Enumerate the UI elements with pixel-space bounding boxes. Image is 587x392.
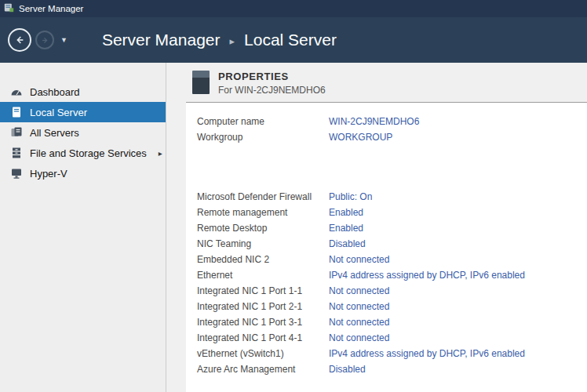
property-value-link[interactable]: WORKGROUP <box>329 132 392 143</box>
properties-subtitle: For WIN-2CJ9NEMDHO6 <box>218 85 326 96</box>
property-label: Integrated NIC 1 Port 2-1 <box>197 301 329 312</box>
property-label: vEthernet (vSwitch1) <box>197 348 329 359</box>
back-button[interactable] <box>8 28 31 52</box>
properties-title: PROPERTIES <box>218 71 326 82</box>
sidebar-item-all-servers[interactable]: All Servers <box>0 122 166 143</box>
property-value-link[interactable]: WIN-2CJ9NEMDHO6 <box>329 116 419 127</box>
properties-panel: Computer nameWIN-2CJ9NEMDHO6WorkgroupWOR… <box>186 102 587 392</box>
property-label: Microsoft Defender Firewall <box>197 191 329 202</box>
expand-chevron-icon[interactable]: ▸ <box>159 149 162 158</box>
window-title: Server Manager <box>19 4 83 13</box>
property-value-link[interactable]: Enabled <box>329 207 363 218</box>
property-row: NIC TeamingDisabled <box>197 236 587 252</box>
property-row: Remote managementEnabled <box>197 205 587 220</box>
property-value-link[interactable]: Enabled <box>329 223 363 234</box>
server-icon <box>10 106 23 118</box>
property-row: Embedded NIC 2Not connected <box>197 252 587 267</box>
property-row: Integrated NIC 1 Port 4-1Not connected <box>197 330 587 346</box>
property-label: Azure Arc Management <box>197 364 329 375</box>
sidebar-item-file-and-storage-services[interactable]: File and Storage Services▸ <box>0 143 166 163</box>
property-label: Remote Desktop <box>197 223 329 234</box>
server-manager-icon <box>4 2 14 16</box>
properties-tile-icon <box>192 71 210 94</box>
main-content: PROPERTIES For WIN-2CJ9NEMDHO6 Computer … <box>166 63 587 392</box>
property-label: Remote management <box>197 207 329 218</box>
property-label: Ethernet <box>197 270 329 281</box>
property-row: Integrated NIC 1 Port 1-1Not connected <box>197 283 587 299</box>
property-label: Integrated NIC 1 Port 3-1 <box>197 317 329 328</box>
navigation-header: ▼ Server Manager ▸ Local Server <box>0 17 587 63</box>
property-label: Workgroup <box>197 132 329 143</box>
sidebar-item-local-server[interactable]: Local Server <box>0 102 166 122</box>
back-arrow-icon <box>14 34 25 45</box>
properties-group-configuration: Microsoft Defender FirewallPublic: OnRem… <box>197 189 587 377</box>
sidebar-item-label: File and Storage Services <box>30 147 147 159</box>
property-label: Integrated NIC 1 Port 4-1 <box>197 332 329 343</box>
sidebar-item-hyper-v[interactable]: Hyper-V <box>0 163 166 183</box>
property-label: Embedded NIC 2 <box>197 254 329 265</box>
property-row: Integrated NIC 1 Port 3-1Not connected <box>197 314 587 330</box>
property-row: vEthernet (vSwitch1)IPv4 address assigne… <box>197 346 587 361</box>
property-row: EthernetIPv4 address assigned by DHCP, I… <box>197 267 587 283</box>
sidebar-item-label: All Servers <box>30 127 79 139</box>
property-row: WorkgroupWORKGROUP <box>197 129 587 145</box>
property-value-link[interactable]: Disabled <box>329 364 366 375</box>
property-value-link[interactable]: Not connected <box>329 317 389 328</box>
dashboard-icon <box>10 85 23 98</box>
property-value-link[interactable]: Not connected <box>329 332 389 343</box>
property-value-link[interactable]: Public: On <box>329 191 372 202</box>
sidebar: DashboardLocal ServerAll ServersFile and… <box>0 63 166 392</box>
property-value-link[interactable]: Not connected <box>329 301 389 312</box>
chevron-down-icon[interactable]: ▼ <box>60 36 67 44</box>
property-value-link[interactable]: Disabled <box>329 238 366 249</box>
property-label: Computer name <box>197 116 329 127</box>
property-row: Microsoft Defender FirewallPublic: On <box>197 189 587 205</box>
titlebar: Server Manager <box>0 0 587 17</box>
servers-icon <box>10 126 23 139</box>
properties-header: PROPERTIES For WIN-2CJ9NEMDHO6 <box>166 63 587 102</box>
property-value-link[interactable]: IPv4 address assigned by DHCP, IPv6 enab… <box>329 348 525 359</box>
breadcrumb-current[interactable]: Local Server <box>244 31 337 49</box>
nav-buttons: ▼ <box>0 28 67 52</box>
property-row: Integrated NIC 1 Port 2-1Not connected <box>197 299 587 314</box>
property-row: Azure Arc ManagementDisabled <box>197 361 587 377</box>
forward-button[interactable] <box>35 31 54 49</box>
breadcrumb-root[interactable]: Server Manager <box>102 31 221 49</box>
sidebar-item-label: Local Server <box>30 107 87 118</box>
property-row: Computer nameWIN-2CJ9NEMDHO6 <box>197 114 587 129</box>
breadcrumb-separator-icon: ▸ <box>230 33 235 47</box>
property-value-link[interactable]: Not connected <box>329 254 389 265</box>
property-label: Integrated NIC 1 Port 1-1 <box>197 285 329 296</box>
property-value-link[interactable]: Not connected <box>329 285 389 296</box>
property-value-link[interactable]: IPv4 address assigned by DHCP, IPv6 enab… <box>329 270 525 281</box>
hyperv-icon <box>10 167 23 180</box>
properties-group-identity: Computer nameWIN-2CJ9NEMDHO6WorkgroupWOR… <box>197 114 587 145</box>
property-label: NIC Teaming <box>197 238 329 249</box>
sidebar-item-label: Hyper-V <box>30 168 67 180</box>
forward-arrow-icon <box>41 36 49 45</box>
sidebar-item-dashboard[interactable]: Dashboard <box>0 82 166 102</box>
sidebar-item-label: Dashboard <box>30 86 80 98</box>
property-row: Remote DesktopEnabled <box>197 220 587 236</box>
sidebar-list: DashboardLocal ServerAll ServersFile and… <box>0 82 166 183</box>
storage-icon <box>10 147 23 159</box>
server-manager-window: Server Manager ▼ Server Manager ▸ Local … <box>0 0 587 392</box>
breadcrumb: Server Manager ▸ Local Server <box>102 31 337 49</box>
